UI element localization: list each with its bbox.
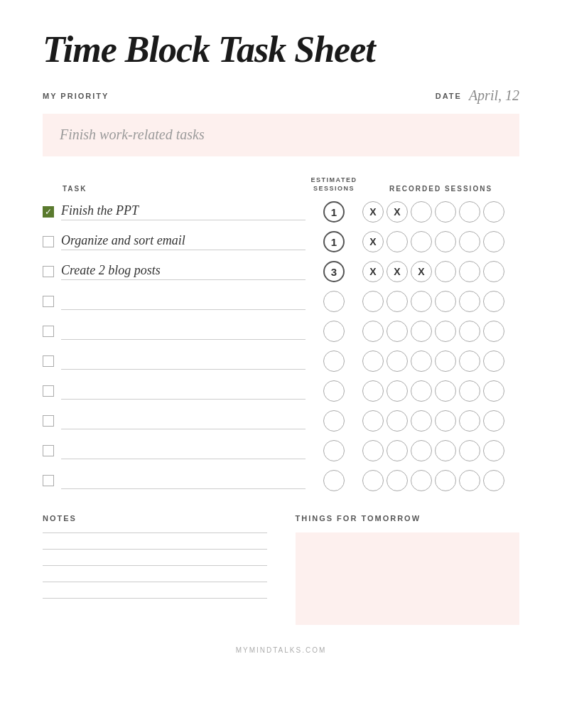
session-circle-0-1: X [387,201,408,223]
task-checkbox-3[interactable] [43,296,54,307]
task-col-7 [43,412,306,429]
sessions-col-7 [362,410,519,432]
session-circle-6-3 [435,380,456,402]
session-circle-2-2: X [411,261,432,282]
est-col-1: 1 [306,231,362,252]
session-circle-5-4 [459,350,480,372]
session-circle-1-4 [459,231,480,252]
session-circle-6-0 [362,380,384,402]
est-col-7 [306,410,362,432]
notes-section: NOTES THINGS FOR TOMORROW [43,514,519,625]
est-col-4 [306,321,362,342]
est-col-3 [306,291,362,312]
est-col-2: 3 [306,261,362,282]
session-circle-0-3 [435,201,456,223]
session-circle-4-2 [411,321,432,342]
task-row: ✓Finish the PPT1XX [43,198,519,225]
session-circle-2-3 [435,261,456,282]
task-col-6 [43,382,306,400]
session-circle-4-4 [459,321,480,342]
session-circle-0-4 [459,201,480,223]
session-circle-8-4 [459,440,480,461]
task-row: Create 2 blog posts3XXX [43,258,519,285]
task-col-2: Create 2 blog posts [43,263,306,280]
session-circle-4-3 [435,321,456,342]
session-circle-6-5 [483,380,504,402]
session-circle-2-0: X [362,261,384,282]
task-checkbox-6[interactable] [43,385,54,397]
session-circle-4-1 [387,321,408,342]
est-empty-circle-6 [323,380,345,402]
task-row [43,318,519,345]
task-checkbox-4[interactable] [43,326,54,337]
est-circle-0: 1 [323,201,345,223]
session-circle-5-1 [387,350,408,372]
task-name-5 [61,353,306,370]
session-circle-9-2 [411,470,432,491]
est-empty-circle-3 [323,291,345,312]
sessions-col-4 [362,321,519,342]
task-row [43,467,519,494]
session-circle-2-5 [483,261,504,282]
est-empty-circle-9 [323,470,345,491]
session-circle-1-5 [483,231,504,252]
sessions-col-8 [362,440,519,461]
task-checkbox-1[interactable] [43,236,54,247]
tomorrow-label: THINGS FOR TOMORROW [296,514,520,523]
task-section: TASK ESTIMATEDSESSIONS RECORDED SESSIONS… [43,176,519,494]
checkmark-icon: ✓ [45,208,52,216]
est-col-8 [306,440,362,461]
session-circle-7-5 [483,410,504,432]
session-circle-1-3 [435,231,456,252]
session-circle-3-4 [459,291,480,312]
session-circle-6-4 [459,380,480,402]
session-circle-2-1: X [387,261,408,282]
task-name-8 [61,442,306,459]
task-name-3 [61,293,306,310]
priority-text: Finish work-related tasks [60,127,205,142]
note-line-1 [43,532,267,533]
session-circle-4-0 [362,321,384,342]
session-circle-0-0: X [362,201,384,223]
sessions-col-3 [362,291,519,312]
tomorrow-box [296,532,520,625]
page-title: Time Block Task Sheet [43,28,519,70]
est-col-5 [306,350,362,372]
session-circle-9-3 [435,470,456,491]
session-circle-5-3 [435,350,456,372]
task-name-1: Organize and sort email [61,233,306,250]
session-circle-3-2 [411,291,432,312]
est-empty-circle-8 [323,440,345,461]
page: Time Block Task Sheet MY PRIORITY DATE A… [0,0,562,728]
session-circle-3-1 [387,291,408,312]
tomorrow-col: THINGS FOR TOMORROW [296,514,520,625]
task-name-4 [61,323,306,340]
est-empty-circle-7 [323,410,345,432]
session-circle-0-2 [411,201,432,223]
est-col-6 [306,380,362,402]
est-col-9 [306,470,362,491]
task-row [43,407,519,434]
sessions-col-5 [362,350,519,372]
session-circle-9-1 [387,470,408,491]
notes-col: NOTES [43,514,267,625]
task-checkbox-8[interactable] [43,445,54,456]
session-circle-6-1 [387,380,408,402]
priority-label: MY PRIORITY [43,92,109,100]
task-checkbox-0[interactable]: ✓ [43,206,54,218]
task-checkbox-5[interactable] [43,355,54,367]
task-col-3 [43,293,306,310]
date-label: DATE [436,92,462,100]
task-col-4 [43,323,306,340]
session-circle-7-0 [362,410,384,432]
session-circle-7-3 [435,410,456,432]
task-checkbox-2[interactable] [43,266,54,277]
est-empty-circle-5 [323,350,345,372]
task-checkbox-7[interactable] [43,415,54,427]
session-circle-3-0 [362,291,384,312]
session-circle-8-3 [435,440,456,461]
session-circle-2-4 [459,261,480,282]
task-checkbox-9[interactable] [43,475,54,486]
task-col-1: Organize and sort email [43,233,306,250]
sessions-col-9 [362,470,519,491]
